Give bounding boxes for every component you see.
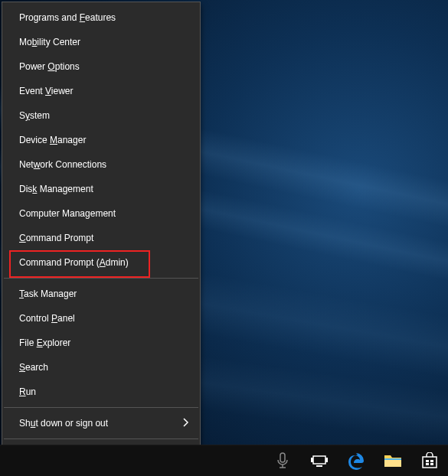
menu-item-mobility-center[interactable]: Mobility Center [2, 30, 200, 54]
cortana-mic-button[interactable] [264, 445, 301, 476]
svg-rect-0 [280, 453, 285, 462]
menu-item-label: Shut down or sign out [19, 418, 183, 429]
menu-item-power-options[interactable]: Power Options [2, 54, 200, 79]
file-explorer-button[interactable] [374, 445, 411, 476]
cortana-mic-icon [276, 452, 289, 469]
svg-rect-4 [311, 458, 313, 462]
menu-item-control-panel[interactable]: Control Panel [2, 306, 200, 331]
menu-item-computer-management[interactable]: Computer Management [2, 201, 200, 226]
menu-item-label: Control Panel [19, 313, 189, 324]
menu-item-task-manager[interactable]: Task Manager [2, 282, 200, 306]
menu-item-label: Task Manager [19, 289, 189, 299]
edge-icon [347, 452, 365, 470]
menu-item-command-prompt[interactable]: Command Prompt [2, 226, 200, 250]
edge-button[interactable] [338, 445, 374, 476]
svg-rect-9 [423, 457, 437, 468]
task-view-button[interactable] [301, 445, 338, 476]
menu-item-programs-and-features[interactable]: Programs and Features [2, 5, 200, 30]
menu-item-label: Device Manager [19, 135, 189, 145]
file-explorer-icon [384, 453, 402, 468]
svg-rect-8 [384, 458, 401, 460]
svg-rect-12 [426, 463, 429, 465]
menu-item-label: Programs and Features [19, 12, 189, 23]
menu-item-label: Mobility Center [19, 37, 189, 47]
menu-item-network-connections[interactable]: Network Connections [2, 152, 200, 177]
store-icon [421, 452, 438, 469]
menu-item-label: File Explorer [19, 337, 189, 348]
menu-item-label: Search [19, 362, 189, 373]
svg-rect-10 [426, 460, 429, 462]
menu-item-device-manager[interactable]: Device Manager [2, 128, 200, 152]
svg-rect-5 [325, 458, 328, 462]
menu-item-shut-down-or-sign-out[interactable]: Shut down or sign out [2, 411, 200, 435]
menu-item-file-explorer[interactable]: File Explorer [2, 331, 200, 355]
store-button[interactable] [411, 445, 448, 476]
svg-rect-3 [313, 456, 325, 464]
svg-rect-13 [430, 463, 433, 465]
menu-item-label: System [19, 110, 189, 121]
menu-separator [4, 278, 198, 279]
taskbar [0, 445, 448, 476]
menu-item-label: Computer Management [19, 208, 189, 219]
menu-item-event-viewer[interactable]: Event Viewer [2, 79, 200, 103]
menu-item-label: Network Connections [19, 159, 189, 170]
menu-item-run[interactable]: Run [2, 380, 200, 404]
menu-item-label: Command Prompt [19, 233, 189, 243]
menu-item-label: Run [19, 386, 189, 397]
menu-item-label: Event Viewer [19, 86, 189, 96]
menu-item-disk-management[interactable]: Disk Management [2, 177, 200, 201]
menu-separator [4, 439, 198, 439]
menu-item-label: Disk Management [19, 184, 189, 194]
menu-item-search[interactable]: Search [2, 355, 200, 380]
menu-separator [4, 407, 198, 408]
winx-power-user-menu: Programs and FeaturesMobility CenterPowe… [2, 2, 201, 471]
menu-item-command-prompt-admin[interactable]: Command Prompt (Admin) [2, 250, 200, 275]
menu-item-label: Command Prompt (Admin) [19, 257, 189, 268]
menu-item-label: Power Options [19, 61, 189, 72]
chevron-right-icon [183, 418, 189, 429]
menu-item-system[interactable]: System [2, 103, 200, 128]
task-view-icon [311, 454, 328, 468]
svg-rect-11 [430, 460, 433, 462]
